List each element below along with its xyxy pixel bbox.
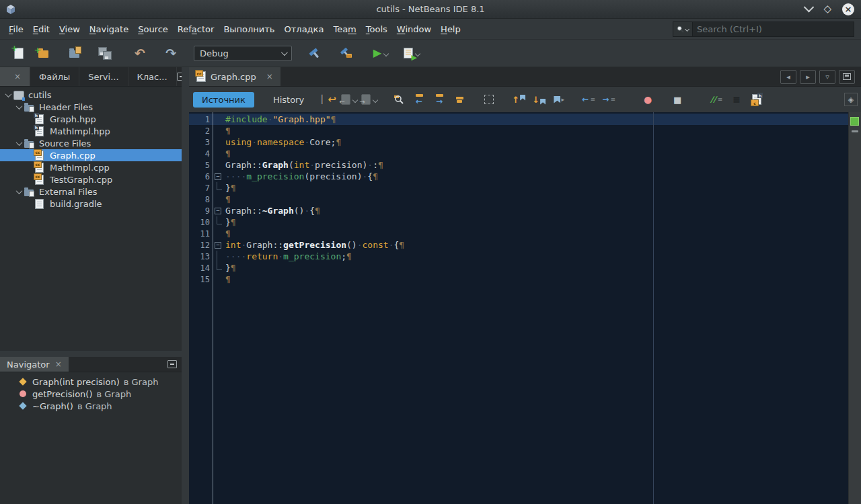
code-line[interactable]: 9Graph::~Graph()·{¶ [189,205,849,216]
code-line[interactable]: 8¶ [189,194,849,205]
code-line[interactable]: 3using·namespace·Core;¶ [189,136,849,148]
code-line[interactable]: 13····return·m_precision;¶ [189,251,849,262]
rectangular-selection-button[interactable] [481,91,497,108]
next-occurrence-button[interactable]: → [431,91,447,108]
build-project-button[interactable] [303,42,327,64]
line-number[interactable]: 2 [189,126,213,136]
close-tab-icon[interactable]: × [266,73,273,81]
search-input[interactable] [693,24,854,34]
search-icon[interactable] [673,22,693,36]
redo-button[interactable]: ↷ [159,42,183,64]
code-line[interactable]: 1#include·"Graph.hpp"¶ [189,114,849,125]
menu-item[interactable]: Team [328,22,361,37]
tree-row[interactable]: Source Files [0,137,182,149]
explorer-tab[interactable]: Файлы [30,67,79,86]
tree-row[interactable]: External Files [0,185,182,198]
code-line[interactable]: 2¶ [189,125,849,136]
line-number[interactable]: 7 [189,183,213,193]
toggle-highlight-button[interactable] [451,91,467,108]
tree-row[interactable]: Header Files [0,101,182,113]
next-bookmark-button[interactable]: ↓ [531,91,547,108]
scroll-tabs-left-icon[interactable]: ◂ [780,70,796,84]
code-line[interactable]: 5Graph::Graph(int·precision)·:¶ [189,159,849,171]
menu-item[interactable]: Navigate [85,22,133,37]
menu-item[interactable]: Source [133,22,173,37]
view-history-button[interactable]: History [273,95,304,105]
code-line[interactable]: 10}¶ [189,216,849,228]
line-number[interactable]: 9 [189,206,213,216]
close-tab-icon[interactable]: × [55,360,62,368]
explorer-tab[interactable]: Servi... [79,67,128,86]
line-number[interactable]: 3 [189,138,213,147]
minimize-navigator-button[interactable] [167,360,177,368]
run-project-button[interactable]: ▶ [369,42,393,64]
expander-chevron-icon[interactable] [3,93,13,97]
code-line[interactable]: 11¶ [189,228,849,239]
save-all-button[interactable] [93,42,117,64]
navigator-item[interactable]: getPrecision()в Graph [0,388,182,400]
shift-left-button[interactable]: ←≡ [581,91,597,108]
fold-marker[interactable] [215,242,221,249]
menu-item[interactable]: Window [392,22,436,37]
menu-item[interactable]: Help [436,22,465,37]
menu-item[interactable]: Отладка [280,22,329,37]
code-line[interactable]: 7}¶ [189,182,849,194]
scroll-tabs-right-icon[interactable]: ▸ [800,70,816,84]
explorer-tab[interactable]: Клас... [128,67,177,86]
code-line[interactable]: 15¶ [189,274,849,285]
tree-row[interactable]: ccMathImpl.cpp [0,161,182,173]
line-number[interactable]: 10 [189,218,213,227]
close-tab-icon[interactable]: × [14,73,21,81]
previous-occurrence-button[interactable]: ← [411,91,427,108]
run-dropdown-icon[interactable] [383,51,389,56]
tree-row[interactable]: hGraph.hpp [0,113,182,125]
line-number[interactable]: 14 [189,263,213,273]
toggle-header-source-button[interactable]: ch [749,91,765,108]
expander-chevron-icon[interactable] [13,141,24,146]
menu-item[interactable]: Refactor [173,22,219,37]
vertical-splitter[interactable] [182,67,189,504]
line-number[interactable]: 5 [189,161,213,170]
horizontal-splitter[interactable] [0,351,182,357]
tab-navigator[interactable]: Navigator × [0,357,69,372]
search-scope-chevron-icon[interactable] [685,27,689,32]
menu-item[interactable]: Выполнить [219,22,279,37]
shift-right-button[interactable]: →≡ [601,91,617,108]
menu-item[interactable]: Edit [28,22,54,37]
split-document-button[interactable]: ◈ [844,93,858,106]
stop-macro-button[interactable]: ■ [669,91,685,108]
code-line[interactable]: 4¶ [189,148,849,159]
open-project-button[interactable] [62,42,86,64]
caret-position-mark[interactable] [852,130,858,132]
tree-row[interactable]: cutils [0,89,182,101]
line-number[interactable]: 4 [189,149,213,159]
navigator-item[interactable]: Graph(int precision)в Graph [0,376,182,388]
menu-item[interactable]: File [4,22,28,37]
expander-chevron-icon[interactable] [13,190,24,194]
line-number[interactable]: 8 [189,195,213,204]
line-number[interactable]: 13 [189,252,213,261]
previous-bookmark-button[interactable]: ↑ [511,91,527,108]
tree-row[interactable]: build.gradle [0,198,182,210]
code-line[interactable]: 14}¶ [189,262,849,274]
line-number[interactable]: 12 [189,241,213,250]
find-selection-button[interactable] [391,91,407,108]
line-number[interactable]: 11 [189,229,213,239]
expander-chevron-icon[interactable] [13,105,24,110]
code-line[interactable]: 6····m_precision(precision)·{¶ [189,171,849,182]
tree-row[interactable]: ccGraph.cpp [0,149,182,161]
code-viewport[interactable]: 1#include·"Graph.hpp"¶2¶3using·namespace… [189,112,861,504]
view-source-button[interactable]: Источник [193,92,254,108]
fold-marker[interactable] [215,173,221,180]
start-macro-button[interactable]: ● [640,91,656,108]
line-number[interactable]: 6 [189,172,213,181]
debug-project-button[interactable]: ▶ [400,42,424,64]
navigator-item[interactable]: ~Graph()в Graph [0,400,182,412]
config-select[interactable]: Debug [194,46,292,61]
new-file-button[interactable]: + [7,42,31,64]
explorer-tab[interactable]: × [0,67,30,86]
back-button[interactable]: ← [341,91,357,108]
clean-build-button[interactable] [334,42,358,64]
tree-row[interactable]: hMathImpl.hpp [0,125,182,137]
last-edit-button[interactable]: ▏↩ [321,91,337,108]
